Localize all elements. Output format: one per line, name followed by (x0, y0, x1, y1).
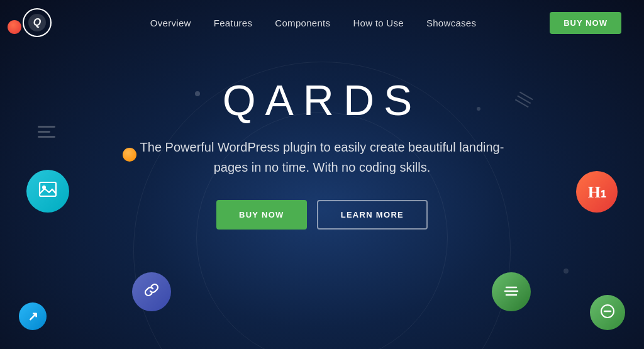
link-icon (142, 280, 161, 303)
list-icon (502, 282, 520, 302)
hero-title: QARDS (223, 75, 422, 125)
logo-letter: Q (28, 14, 46, 31)
nav-features[interactable]: Features (214, 18, 253, 28)
nav-links: Overview Features Components How to Use … (77, 18, 550, 28)
nav-buy-now-button[interactable]: BUY NOW (550, 12, 621, 34)
list-bubble (492, 272, 531, 311)
settings-bubble (590, 295, 625, 330)
red-dot-decoration (8, 20, 21, 34)
hero-section: QARDS The Powerful WordPress plugin to e… (0, 75, 644, 230)
hero-learn-more-button[interactable]: LEARN MORE (317, 200, 428, 230)
nav-how-to-use[interactable]: How to Use (353, 18, 404, 28)
deco-dot-3 (564, 269, 569, 274)
link-bubble (132, 272, 171, 311)
hero-buy-now-button[interactable]: BUY NOW (216, 200, 307, 230)
logo[interactable]: Q (23, 8, 52, 37)
nav-showcases[interactable]: Showcases (426, 18, 476, 28)
nav-overview[interactable]: Overview (150, 18, 191, 28)
navbar: Q Overview Features Components How to Us… (0, 0, 644, 45)
hero-subtitle: The Powerful WordPress plugin to easily … (140, 137, 504, 177)
settings-icon (599, 302, 616, 323)
page-wrapper: Q Overview Features Components How to Us… (0, 0, 644, 349)
arrow-bubble: ↗ (19, 302, 47, 330)
nav-components[interactable]: Components (275, 18, 330, 28)
hero-buttons: BUY NOW LEARN MORE (216, 200, 428, 230)
arrow-icon: ↗ (28, 309, 38, 324)
